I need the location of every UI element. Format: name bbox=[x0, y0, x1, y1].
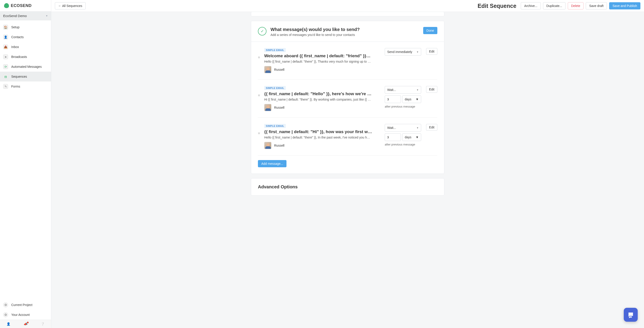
sidebar-item-inbox[interactable]: 📥 Inbox bbox=[0, 42, 51, 52]
timing-mode-select[interactable]: Wait... ▼ bbox=[385, 86, 421, 94]
timing-mode-select[interactable]: Wait... ▼ bbox=[385, 124, 421, 132]
arrow-left-icon: ← bbox=[58, 4, 62, 8]
project-selector[interactable]: EcoSend Demo ▼ bbox=[0, 11, 51, 20]
avatar bbox=[264, 104, 272, 111]
section-subtitle: Add a series of messages you'd like to s… bbox=[270, 33, 419, 37]
message-title[interactable]: {{ first_name | default: "Hi" }}, how wa… bbox=[264, 129, 382, 134]
user-icon: 👤 bbox=[3, 35, 8, 39]
archive-button[interactable]: Archive... bbox=[521, 2, 540, 9]
sequence-icon: ▤ bbox=[3, 74, 8, 79]
avatar bbox=[264, 66, 272, 73]
sidebar-item-automated[interactable]: ⟳ Automated Messages bbox=[0, 62, 51, 72]
brand-text: ECOSEND bbox=[11, 3, 32, 8]
messages-card: ✓ What message(s) would you like to send… bbox=[251, 21, 444, 174]
edit-button[interactable]: Edit bbox=[426, 86, 437, 93]
wait-unit-select[interactable]: days ▼ bbox=[402, 133, 421, 141]
wait-amount-input[interactable] bbox=[385, 133, 401, 141]
help-icon: ❔ bbox=[41, 322, 44, 326]
refresh-icon: ⟳ bbox=[3, 64, 8, 69]
sender-name: Russell bbox=[274, 68, 284, 71]
message-preview: Hello {{ first_name | default: "there" }… bbox=[264, 136, 382, 139]
sidebar-item-label: Inbox bbox=[11, 45, 19, 49]
sender: Russell bbox=[264, 104, 382, 111]
project-name: EcoSend Demo bbox=[3, 14, 27, 18]
person-icon: 👤 bbox=[6, 322, 10, 326]
timing-hint: after previous message bbox=[385, 105, 421, 108]
sidebar-item-label: Current Project bbox=[11, 303, 32, 307]
sidebar-item-label: Your Account bbox=[11, 313, 30, 317]
save-draft-button[interactable]: Save draft bbox=[586, 2, 607, 9]
topbar-actions: Archive... Duplicate... Delete Save draf… bbox=[521, 2, 640, 9]
previous-card-stub bbox=[251, 12, 444, 16]
chevron-down-icon: ▼ bbox=[416, 51, 419, 53]
message-type-badge: SIMPLE EMAIL bbox=[264, 86, 286, 90]
edit-button[interactable]: Edit bbox=[426, 48, 437, 55]
sidebar-item-contacts[interactable]: 👤 Contacts bbox=[0, 32, 51, 42]
notification-dot bbox=[27, 322, 28, 323]
tree-icon bbox=[4, 3, 9, 8]
done-button[interactable]: Done bbox=[423, 27, 437, 34]
timing-mode-select[interactable]: Send immediately ▼ bbox=[385, 48, 421, 56]
chat-icon bbox=[627, 311, 634, 318]
page-title: Edit Sequence bbox=[88, 3, 518, 9]
timing-mode-value: Wait... bbox=[387, 126, 396, 130]
inbox-icon: 📥 bbox=[3, 44, 8, 49]
sender: Russell bbox=[264, 142, 382, 149]
sidebar-item-label: Automated Messages bbox=[11, 65, 42, 68]
advanced-options-card: Advanced Options bbox=[251, 178, 444, 195]
chevron-down-icon: ▼ bbox=[416, 127, 419, 129]
message-title[interactable]: {{ first_name | default: "Hello" }}, her… bbox=[264, 91, 382, 96]
send-icon: ➤ bbox=[3, 54, 8, 59]
delete-button[interactable]: Delete bbox=[568, 2, 584, 9]
message-preview: Hi {{ first_name | default: "there" }}. … bbox=[264, 98, 382, 101]
timing-controls: Wait... ▼ days ▼ a bbox=[385, 124, 421, 146]
status-help[interactable]: ❔ bbox=[34, 320, 51, 328]
wait-amount-input[interactable] bbox=[385, 95, 401, 103]
sidebar-item-sequences[interactable]: ▤ Sequences bbox=[0, 72, 51, 81]
status-user[interactable]: 👤 bbox=[0, 320, 17, 328]
timing-mode-value: Send immediately bbox=[387, 50, 412, 54]
add-message-button[interactable]: Add message... bbox=[258, 160, 286, 167]
gear-icon: ⚙ bbox=[3, 312, 8, 317]
sidebar-item-current-project[interactable]: ⚙ Current Project bbox=[0, 300, 51, 310]
status-announce[interactable]: 📣 bbox=[17, 320, 34, 328]
wait-unit-value: days bbox=[405, 97, 412, 101]
topbar: ← All Sequences Edit Sequence Archive...… bbox=[51, 0, 644, 12]
save-publish-button[interactable]: Save and Publish bbox=[609, 2, 640, 9]
sender: Russell bbox=[264, 66, 382, 73]
content: ✓ What message(s) would you like to send… bbox=[51, 12, 644, 328]
message-row: SIMPLE EMAIL {{ first_name | default: "H… bbox=[258, 80, 437, 118]
sidebar-item-label: Forms bbox=[11, 85, 20, 88]
message-row: SIMPLE EMAIL Welcome aboard {{ first_nam… bbox=[258, 42, 437, 80]
sidebar-item-broadcasts[interactable]: ➤ Broadcasts bbox=[0, 52, 51, 62]
pencil-icon: ✎ bbox=[3, 84, 8, 89]
drag-handle-icon[interactable] bbox=[258, 48, 261, 58]
gear-icon: ⚙ bbox=[3, 302, 8, 307]
sidebar-item-setup[interactable]: 🏠 Setup bbox=[0, 22, 51, 32]
drag-handle-icon[interactable] bbox=[258, 86, 261, 96]
card-body: SIMPLE EMAIL Welcome aboard {{ first_nam… bbox=[251, 42, 444, 173]
message-title[interactable]: Welcome aboard {{ first_name | default: … bbox=[264, 53, 382, 58]
drag-handle-icon[interactable] bbox=[258, 124, 261, 134]
sidebar-item-label: Broadcasts bbox=[11, 55, 27, 59]
sidebar: ECOSEND EcoSend Demo ▼ 🏠 Setup 👤 Contact… bbox=[0, 0, 51, 328]
back-button[interactable]: ← All Sequences bbox=[55, 2, 86, 9]
section-title: What message(s) would you like to send? bbox=[270, 27, 419, 32]
sidebar-item-your-account[interactable]: ⚙ Your Account bbox=[0, 310, 51, 320]
message-preview: Hello {{ first_name | default: "there" }… bbox=[264, 60, 382, 63]
message-row: SIMPLE EMAIL {{ first_name | default: "H… bbox=[258, 118, 437, 156]
check-circle-icon: ✓ bbox=[258, 27, 266, 35]
avatar bbox=[264, 142, 272, 149]
sender-name: Russell bbox=[274, 106, 284, 109]
sidebar-item-forms[interactable]: ✎ Forms bbox=[0, 81, 51, 91]
edit-button[interactable]: Edit bbox=[426, 124, 437, 131]
duplicate-button[interactable]: Duplicate... bbox=[543, 2, 566, 9]
brand-logo: ECOSEND bbox=[0, 0, 51, 11]
timing-controls: Send immediately ▼ bbox=[385, 48, 421, 56]
chat-widget[interactable] bbox=[624, 308, 638, 322]
sender-name: Russell bbox=[274, 144, 284, 147]
chevron-down-icon: ▼ bbox=[46, 14, 48, 17]
section-title: Advanced Options bbox=[251, 178, 444, 195]
wait-unit-select[interactable]: days ▼ bbox=[402, 95, 421, 103]
sidebar-item-label: Contacts bbox=[11, 35, 24, 39]
